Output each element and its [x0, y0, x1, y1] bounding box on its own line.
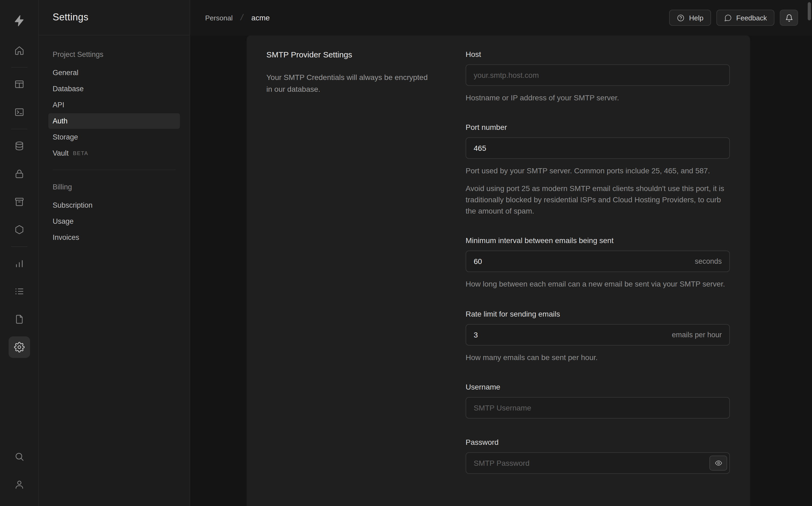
top-bar: Personal / acme Help Feedback [190, 0, 812, 35]
interval-help-text: How long between each email can a new em… [466, 279, 730, 290]
breadcrumb-org[interactable]: Personal [205, 14, 233, 22]
field-username: Username [466, 383, 730, 419]
sidebar-item-invoices[interactable]: Invoices [48, 230, 180, 245]
field-rate-limit: Rate limit for sending emails emails per… [466, 309, 730, 363]
table-editor-icon [14, 79, 24, 90]
panel-title: SMTP Provider Settings [267, 50, 433, 59]
help-button-label: Help [689, 14, 704, 22]
rate-limit-label: Rate limit for sending emails [466, 309, 730, 318]
sidebar-item-general[interactable]: General [48, 65, 180, 81]
sql-editor-icon [14, 107, 24, 117]
rail-divider [11, 67, 27, 68]
section-heading-project-settings: Project Settings [48, 47, 180, 62]
rate-limit-help-text: How many emails can be sent per hour. [466, 352, 730, 363]
supabase-bolt-icon [13, 14, 25, 26]
username-label: Username [466, 383, 730, 391]
password-input[interactable] [466, 452, 730, 474]
search-button[interactable] [8, 446, 30, 468]
sidebar-title: Settings [53, 12, 88, 23]
beta-badge: BETA [73, 150, 88, 156]
port-help-text: Port used by your SMTP server. Common po… [466, 166, 730, 177]
nav-project-settings-button[interactable] [8, 336, 30, 358]
interval-label: Minimum interval between emails being se… [466, 236, 730, 245]
host-input[interactable] [466, 64, 730, 86]
help-button[interactable]: Help [669, 10, 711, 26]
nav-edge-functions-button[interactable] [8, 219, 30, 240]
content-area: SMTP Provider Settings Your SMTP Credent… [190, 35, 812, 506]
rail-divider [11, 246, 27, 247]
notifications-button[interactable] [780, 10, 798, 26]
sidebar-item-storage[interactable]: Storage [48, 129, 180, 145]
sidebar-item-database[interactable]: Database [48, 81, 180, 97]
host-help-text: Hostname or IP address of your SMTP serv… [466, 92, 730, 104]
feedback-bubble-icon [724, 14, 732, 22]
panel-description: Your SMTP Credentials will always be enc… [267, 72, 433, 95]
nav-home-button[interactable] [8, 40, 30, 61]
nav-auth-button[interactable] [8, 163, 30, 185]
breadcrumb: Personal / acme [205, 12, 270, 23]
field-host: Host Hostname or IP address of your SMTP… [466, 50, 730, 104]
rail-divider [11, 129, 27, 129]
database-icon [14, 141, 24, 151]
breadcrumb-separator: / [240, 12, 244, 23]
sidebar-item-auth[interactable]: Auth [48, 113, 180, 129]
field-minimum-interval: Minimum interval between emails being se… [466, 236, 730, 290]
host-label: Host [466, 50, 730, 59]
sidebar-item-vault[interactable]: Vault BETA [48, 146, 180, 161]
storage-icon [14, 196, 24, 207]
help-circle-icon [677, 14, 685, 22]
scrollbar-thumb[interactable] [808, 2, 811, 20]
section-heading-billing: Billing [48, 180, 180, 194]
rate-limit-input[interactable] [466, 324, 730, 345]
field-password: Password [466, 438, 730, 474]
nav-reports-button[interactable] [8, 253, 30, 274]
reveal-password-button[interactable] [710, 455, 727, 471]
eye-icon [715, 459, 722, 467]
username-input[interactable] [466, 397, 730, 419]
nav-sql-editor-button[interactable] [8, 101, 30, 123]
auth-lock-icon [14, 168, 24, 179]
home-icon [14, 45, 24, 56]
logs-icon [14, 286, 24, 297]
page-scrollbar[interactable] [807, 0, 812, 506]
panel-info-column: SMTP Provider Settings Your SMTP Credent… [247, 35, 451, 506]
nav-database-button[interactable] [8, 135, 30, 157]
sidebar-header: Settings [39, 0, 190, 35]
smtp-settings-panel: SMTP Provider Settings Your SMTP Credent… [247, 35, 750, 506]
password-label: Password [466, 438, 730, 446]
port-label: Port number [466, 123, 730, 132]
docs-icon [14, 314, 24, 325]
user-icon [14, 479, 24, 490]
sidebar-item-api[interactable]: API [48, 97, 180, 113]
nav-table-editor-button[interactable] [8, 74, 30, 95]
sidebar-item-usage[interactable]: Usage [48, 214, 180, 229]
port-note-text: Avoid using port 25 as modern SMTP email… [466, 183, 730, 217]
supabase-logo[interactable] [8, 10, 30, 31]
sidebar-item-subscription[interactable]: Subscription [48, 197, 180, 213]
nav-docs-button[interactable] [8, 309, 30, 330]
notification-bell-icon [785, 14, 793, 22]
sidebar-nav: Project Settings General Database API Au… [39, 35, 190, 258]
sidebar-divider [53, 170, 175, 170]
feedback-button[interactable]: Feedback [717, 10, 774, 26]
topbar-actions: Help Feedback [669, 10, 798, 26]
port-input[interactable] [466, 138, 730, 159]
reports-icon [14, 258, 24, 269]
interval-input[interactable] [466, 251, 730, 272]
settings-gear-icon [14, 342, 24, 352]
smtp-form: Host Hostname or IP address of your SMTP… [451, 35, 750, 506]
nav-logs-button[interactable] [8, 281, 30, 302]
breadcrumb-project[interactable]: acme [251, 13, 270, 22]
nav-storage-button[interactable] [8, 191, 30, 213]
edge-functions-icon [14, 224, 24, 235]
search-icon [14, 451, 24, 462]
main-area: Personal / acme Help Feedback [190, 0, 812, 506]
feedback-button-label: Feedback [736, 14, 767, 22]
sidebar-item-label: Vault [53, 149, 69, 157]
field-port: Port number Port used by your SMTP serve… [466, 123, 730, 217]
app-window: Settings Project Settings General Databa… [0, 0, 812, 506]
icon-rail [0, 0, 39, 506]
settings-sidebar: Settings Project Settings General Databa… [39, 0, 190, 506]
account-button[interactable] [8, 474, 30, 495]
